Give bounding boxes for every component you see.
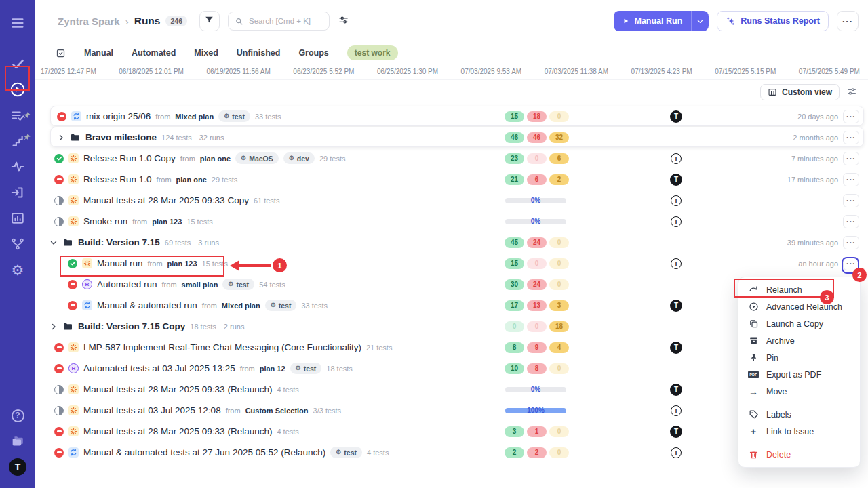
row-menu-button[interactable]: ··· [843, 215, 859, 228]
menu-item-pin[interactable]: Pin [738, 349, 860, 366]
plan-name[interactable]: small plan [182, 281, 218, 289]
assignee-avatar: T [670, 342, 682, 354]
settings-icon[interactable]: ⚙ [5, 257, 31, 283]
assignee-avatar: T [670, 426, 682, 438]
result-badge: 46 [527, 132, 547, 143]
row-menu-button[interactable]: ··· [843, 173, 859, 186]
menu-item-delete[interactable]: Delete [738, 446, 860, 463]
plan-name[interactable]: Mixed plan [222, 302, 260, 310]
run-row[interactable]: Smoke runfromplan 12315 tests0%T··· [35, 211, 868, 232]
row-menu-button[interactable]: ··· [843, 110, 859, 123]
header-more-button[interactable]: ··· [837, 11, 859, 31]
chevron-right-icon[interactable] [50, 323, 58, 331]
run-row[interactable]: Release Run 1.0 Copyfromplan one⚙MacOS⚙d… [35, 148, 868, 169]
run-row[interactable]: Manual tests at 28 Mar 2025 09:33 Copy61… [35, 190, 868, 211]
from-label: from [157, 176, 172, 184]
assignee-avatar: T [671, 195, 682, 206]
display-settings-button[interactable] [846, 86, 857, 99]
runs-count: 3 runs [198, 239, 219, 247]
runs-icon[interactable] [5, 77, 31, 102]
tasks-icon[interactable] [5, 51, 31, 77]
menu-item-launch-a-copy[interactable]: Launch a Copy [738, 315, 860, 332]
run-group-row[interactable]: Bravo milestone124 tests32 runs4646322 m… [35, 127, 868, 148]
menu-item-link-to-issue[interactable]: +Link to Issue [738, 423, 860, 440]
user-avatar[interactable]: T [5, 454, 31, 480]
progress-label: 0% [505, 195, 566, 206]
menu-item-labels[interactable]: Labels [738, 406, 860, 423]
menu-item-export-as-pdf[interactable]: PDFExport as PDF [738, 366, 860, 383]
result-badge: 2 [505, 447, 524, 458]
menu-item-relaunch[interactable]: Relaunch [738, 281, 860, 298]
progress-bar: 0% [505, 216, 566, 227]
result-badge: 18 [549, 321, 569, 332]
chevron-down-icon[interactable] [50, 239, 58, 247]
row-menu-button[interactable]: ··· [843, 257, 859, 270]
result-badge: 8 [505, 342, 524, 353]
status-stopped-icon [54, 448, 64, 458]
run-row[interactable]: mix origin 25/06fromMixed plan⚙test33 te… [35, 106, 868, 127]
projects-icon[interactable] [5, 428, 31, 454]
sign-in-icon[interactable] [5, 180, 31, 205]
tag-filter-test-work[interactable]: test work [347, 45, 398, 60]
search-input[interactable] [248, 16, 322, 26]
result-badge: 24 [527, 237, 547, 248]
chevron-right-icon[interactable] [57, 134, 65, 142]
run-group-row[interactable]: Build: Version 7.1569 tests3 runs4524039… [35, 232, 868, 253]
menu-icon[interactable] [5, 10, 31, 36]
activity-icon[interactable] [5, 154, 31, 180]
result-badges: 1500 [505, 258, 569, 269]
plan-name[interactable]: plan 123 [167, 260, 197, 268]
manual-run-button[interactable]: Manual Run [614, 11, 691, 31]
plan-name[interactable]: Custom Selection [245, 407, 309, 415]
plan-name[interactable]: plan one [176, 176, 207, 184]
tag: ⚙MacOS [235, 152, 279, 164]
progress-label: 100% [505, 405, 566, 416]
result-badges: 2306 [505, 153, 569, 164]
tab-manual[interactable]: Manual [84, 48, 113, 58]
row-menu-button[interactable]: ··· [843, 131, 859, 144]
branch-icon[interactable] [5, 231, 31, 257]
from-label: from [180, 155, 195, 163]
plan-name[interactable]: plan 12 [260, 365, 285, 373]
trash-icon [748, 449, 759, 460]
run-row[interactable]: Manual runfromplan 12315 tests1500Tan ho… [35, 253, 868, 274]
plan-name[interactable]: Mixed plan [175, 113, 214, 121]
row-menu-button[interactable]: ··· [843, 236, 859, 249]
plan-name[interactable]: plan 123 [152, 218, 182, 226]
select-runs-icon[interactable] [56, 48, 66, 58]
menu-item-move[interactable]: →Move [738, 383, 860, 400]
help-icon[interactable]: ? [5, 403, 31, 428]
menu-item-advanced-relaunch[interactable]: Advanced Relaunch [738, 298, 860, 315]
updated-time: 7 minutes ago [791, 155, 838, 163]
timeline-date: 17/2025 12:47 PM [41, 68, 96, 75]
run-name: Release Run 1.0 Copy [83, 153, 176, 163]
menu-item-archive[interactable]: Archive [738, 332, 860, 349]
run-name: Build: Version 7.15 Copy [78, 321, 185, 331]
tab-automated[interactable]: Automated [132, 48, 176, 58]
result-badges: 220 [505, 447, 569, 458]
search-settings-button[interactable] [338, 14, 349, 28]
row-menu-button[interactable]: ··· [843, 152, 859, 165]
gear-icon: ⚙ [289, 155, 294, 161]
tab-groups[interactable]: Groups [298, 48, 328, 58]
result-badge: 0 [549, 279, 569, 290]
folder-icon [62, 321, 73, 332]
tab-unfinished[interactable]: Unfinished [237, 48, 281, 58]
run-type-mixed-icon [82, 300, 92, 310]
manual-run-dropdown-button[interactable] [691, 11, 709, 31]
plan-name[interactable]: plan one [200, 155, 231, 163]
reports-icon[interactable] [5, 205, 31, 231]
runs-status-report-button[interactable]: Runs Status Report [717, 11, 829, 31]
run-row[interactable]: Release Run 1.0fromplan one29 tests2162T… [35, 169, 868, 190]
tab-mixed[interactable]: Mixed [194, 48, 218, 58]
relaunch-icon [748, 285, 759, 295]
tests-count: 3/3 tests [313, 407, 342, 415]
result-badges: 2162 [505, 174, 569, 185]
row-menu-button[interactable]: ··· [843, 194, 859, 207]
search-icon [235, 17, 243, 26]
run-type-manual-icon [68, 426, 79, 436]
updated-time: 20 days ago [797, 113, 838, 121]
filter-button[interactable] [199, 11, 220, 31]
breadcrumb-project[interactable]: Zyntra Spark [58, 16, 120, 27]
custom-view-button[interactable]: Custom view [760, 84, 840, 100]
